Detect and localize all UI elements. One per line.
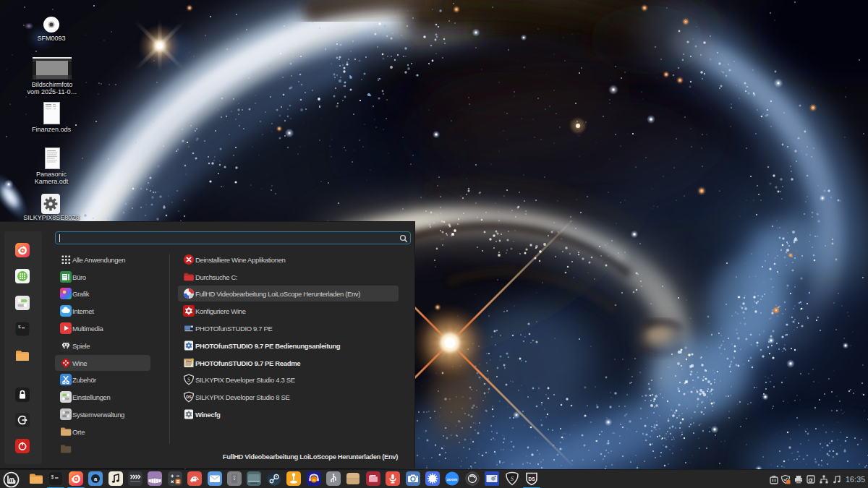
svg-text:DS: DS (528, 476, 535, 481)
svg-text:DS: DS (186, 395, 192, 399)
svg-text:S: S (187, 377, 190, 383)
svg-text:S: S (510, 475, 514, 482)
svg-text:$: $ (18, 325, 21, 330)
svg-text:zoom: zoom (447, 477, 457, 481)
svg-text:$: $ (51, 475, 54, 480)
